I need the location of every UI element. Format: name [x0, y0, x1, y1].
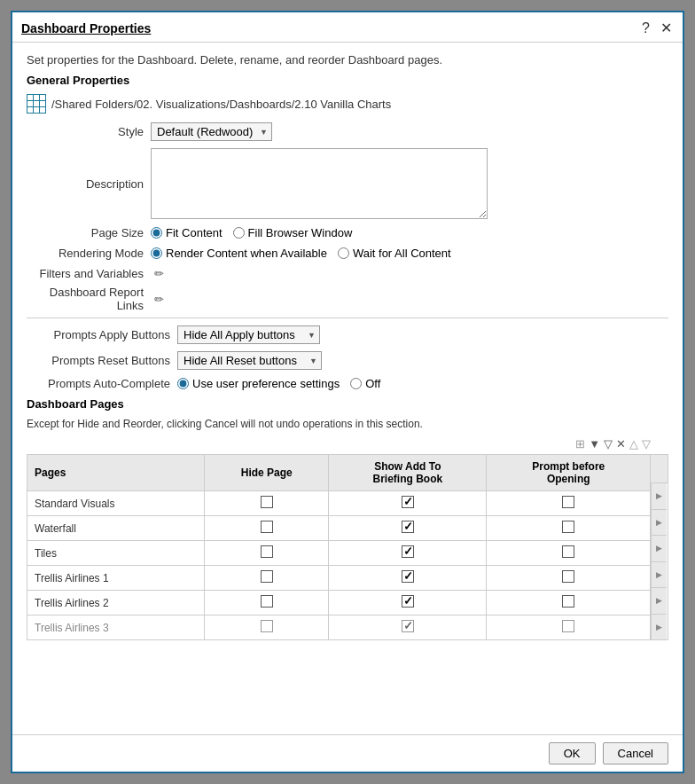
filter-icon[interactable]: ▼	[589, 437, 600, 451]
pages-toolbar: ⊞ ▼ ▽ ✕ △ ▽	[27, 437, 668, 451]
filter2-icon[interactable]: ▽	[604, 437, 613, 451]
rendering-available-label[interactable]: Render Content when Available	[151, 247, 327, 260]
page-name-6: Trellis Airlines 3	[27, 615, 205, 640]
prompt-2[interactable]	[487, 516, 651, 541]
col-prompt: Prompt beforeOpening	[487, 455, 651, 491]
prompt-4[interactable]	[487, 566, 651, 591]
dialog-header: Dashboard Properties ? ✕	[12, 12, 683, 43]
scroll-buttons-column: ▶ ▶ ▶ ▶ ▶ ▶	[651, 454, 668, 640]
scroll-btn-5[interactable]: ▶	[651, 588, 667, 615]
prompt-1[interactable]	[487, 491, 651, 516]
ok-button[interactable]: OK	[549, 742, 596, 764]
dashboard-links-edit-icon[interactable]: ✏	[154, 293, 164, 306]
hide-4[interactable]	[205, 566, 329, 591]
hide-3[interactable]	[205, 541, 329, 566]
style-row: Style Default (Redwood) Default Custom	[27, 122, 668, 141]
delete-icon[interactable]: ✕	[616, 437, 626, 451]
scroll-btn-6[interactable]: ▶	[651, 615, 667, 640]
path-row: /Shared Folders/02. Visualizations/Dashb…	[27, 94, 668, 114]
copy-icon[interactable]: ⊞	[575, 437, 585, 451]
autocomplete-preference-label[interactable]: Use user preference settings	[177, 377, 340, 390]
briefing-checkbox-6[interactable]	[402, 620, 414, 632]
dashboard-pages-header: Dashboard Pages	[27, 397, 668, 411]
scroll-btn-4[interactable]: ▶	[651, 562, 667, 589]
hide-checkbox-4[interactable]	[261, 570, 273, 583]
help-button[interactable]: ?	[640, 20, 652, 36]
scroll-btn-3[interactable]: ▶	[651, 536, 667, 562]
hide-checkbox-2[interactable]	[261, 521, 273, 533]
prompt-checkbox-1[interactable]	[562, 496, 574, 508]
reset-buttons-label: Prompts Reset Buttons	[27, 354, 177, 367]
scroll-btn-2[interactable]: ▶	[651, 510, 667, 537]
table-container: Pages Hide Page Show Add ToBriefing Book…	[27, 454, 668, 640]
briefing-5[interactable]	[329, 591, 487, 615]
page-size-fit-radio[interactable]	[151, 227, 162, 239]
page-size-fit-label[interactable]: Fit Content	[151, 226, 223, 239]
hide-checkbox-5[interactable]	[261, 595, 273, 608]
hide-checkbox-1[interactable]	[261, 496, 273, 508]
briefing-6[interactable]	[329, 615, 487, 640]
prompt-checkbox-2[interactable]	[562, 521, 574, 533]
prompt-checkbox-4[interactable]	[562, 570, 574, 583]
prompt-checkbox-6[interactable]	[562, 620, 574, 632]
hide-1[interactable]	[205, 491, 329, 516]
prompt-3[interactable]	[487, 541, 651, 566]
table-row: Trellis Airlines 2	[27, 591, 651, 615]
col-hide: Hide Page	[205, 455, 329, 491]
apply-buttons-select-wrapper[interactable]: Hide All Apply buttons Show All Apply bu…	[177, 325, 320, 344]
rendering-available-radio[interactable]	[151, 247, 162, 259]
briefing-4[interactable]	[329, 566, 487, 591]
hide-6[interactable]	[205, 615, 329, 640]
scroll-btn-1[interactable]: ▶	[651, 483, 667, 510]
filters-edit-icon[interactable]: ✏	[154, 267, 164, 280]
autocomplete-preference-radio[interactable]	[177, 378, 189, 389]
page-size-fill-label[interactable]: Fill Browser Window	[233, 226, 353, 239]
prompt-checkbox-3[interactable]	[562, 545, 574, 558]
style-select[interactable]: Default (Redwood) Default Custom	[151, 122, 272, 141]
briefing-checkbox-2[interactable]	[402, 521, 414, 533]
style-select-wrapper[interactable]: Default (Redwood) Default Custom	[151, 122, 272, 141]
prompt-5[interactable]	[487, 591, 651, 615]
page-size-label: Page Size	[27, 226, 151, 239]
briefing-checkbox-3[interactable]	[402, 545, 414, 558]
rendering-available-text: Render Content when Available	[166, 247, 327, 260]
autocomplete-off-label[interactable]: Off	[350, 377, 380, 390]
autocomplete-off-radio[interactable]	[350, 378, 362, 389]
close-button[interactable]: ✕	[659, 20, 674, 36]
general-properties-header: General Properties	[27, 74, 668, 87]
dialog-footer: OK Cancel	[12, 734, 683, 772]
hide-checkbox-3[interactable]	[261, 545, 273, 558]
reset-buttons-select[interactable]: Hide All Reset buttons Show All Reset bu…	[177, 351, 322, 370]
description-textarea[interactable]	[151, 148, 488, 219]
rendering-wait-text: Wait for All Content	[353, 247, 451, 260]
cancel-button[interactable]: Cancel	[603, 742, 668, 764]
briefing-checkbox-5[interactable]	[402, 595, 414, 608]
hide-2[interactable]	[205, 516, 329, 541]
dashboard-links-label: Dashboard Report Links	[27, 286, 151, 312]
briefing-1[interactable]	[329, 491, 487, 516]
prompt-checkbox-5[interactable]	[562, 595, 574, 608]
briefing-checkbox-4[interactable]	[402, 570, 414, 583]
rendering-wait-radio[interactable]	[338, 247, 349, 259]
briefing-2[interactable]	[329, 516, 487, 541]
dialog-title: Dashboard Properties	[21, 21, 151, 35]
style-label: Style	[27, 125, 151, 138]
hide-checkbox-6[interactable]	[261, 620, 273, 632]
briefing-checkbox-1[interactable]	[402, 496, 414, 508]
prompt-6[interactable]	[487, 615, 651, 640]
page-size-fill-radio[interactable]	[233, 227, 245, 239]
briefing-3[interactable]	[329, 541, 487, 566]
rendering-mode-label: Rendering Mode	[27, 247, 151, 260]
move-down-icon[interactable]: ▽	[642, 437, 651, 451]
col-pages: Pages	[27, 455, 205, 491]
move-up-icon[interactable]: △	[629, 437, 638, 451]
reset-buttons-select-wrapper[interactable]: Hide All Reset buttons Show All Reset bu…	[177, 351, 322, 370]
hide-5[interactable]	[205, 591, 329, 615]
apply-buttons-select[interactable]: Hide All Apply buttons Show All Apply bu…	[177, 325, 320, 344]
dialog-body: Set properties for the Dashboard. Delete…	[12, 43, 683, 734]
rendering-wait-label[interactable]: Wait for All Content	[338, 247, 451, 260]
page-name-4: Trellis Airlines 1	[27, 566, 205, 591]
apply-buttons-label: Prompts Apply Buttons	[27, 328, 177, 341]
autocomplete-row: Prompts Auto-Complete Use user preferenc…	[27, 377, 668, 390]
dashboard-properties-dialog: Dashboard Properties ? ✕ Set properties …	[11, 11, 684, 773]
